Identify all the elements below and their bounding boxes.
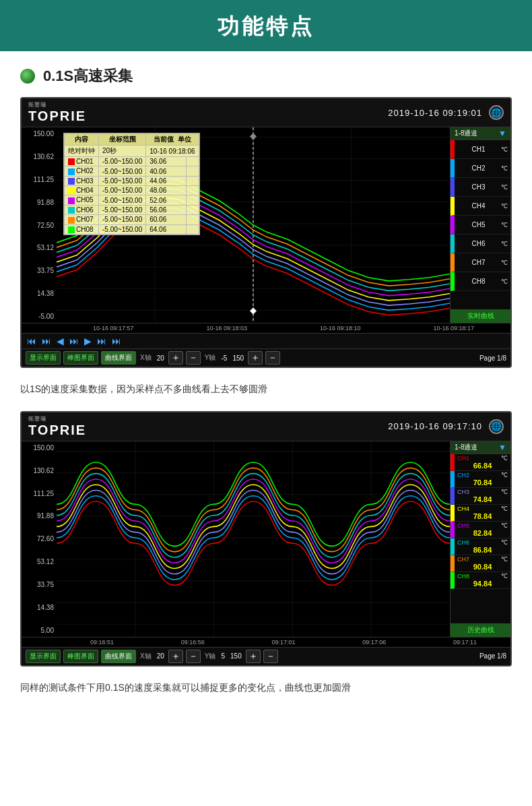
y2-label-2: 111.25 — [24, 490, 54, 497]
ch1-unit-1: ℃ — [501, 146, 508, 153]
btn-curve-2[interactable]: 曲线界面 — [101, 650, 136, 663]
section-label-1: 0.1S高速采集 — [43, 66, 133, 86]
ch1-val-2: 66.84 — [457, 462, 508, 470]
bottom-controls-2: 显示界面 棒图界面 曲线界面 X轴 20 ＋ － Y轴 5 150 ＋ － Pa… — [22, 647, 510, 665]
y-axis-max-2: 150 — [230, 652, 242, 660]
x-axis-label-1: X轴 — [140, 353, 152, 363]
device-topbar-1: 拓普瑞 TOPRIE 2019-10-16 09:19:01 🌐 — [22, 98, 510, 127]
info-table-1: 内容 坐标范围 当前值 单位 绝对时钟 20秒 10-16 09:18:06 C… — [63, 133, 200, 235]
logo-sub-2: 拓普瑞 — [28, 415, 86, 423]
ch6-name-2: CH6 — [457, 539, 469, 546]
chart-svg-2 — [57, 441, 450, 637]
ch-item-1-8: CH8 ℃ — [451, 272, 510, 291]
ch-item-2-6: CH6 ℃ 86.84 — [451, 538, 510, 555]
btn-display-1[interactable]: 显示界面 — [26, 351, 61, 365]
y-label-3: 91.88 — [24, 199, 54, 206]
ch1-name-2: CH1 — [457, 455, 469, 462]
y-label-5: 53.12 — [24, 244, 54, 251]
ch-item-2-7: CH7 ℃ 90.84 — [451, 555, 510, 572]
ch-item-2-4: CH4 ℃ 78.84 — [451, 505, 510, 522]
ch2-unit-1: ℃ — [501, 165, 508, 172]
x-label-2-3: 09:17:06 — [329, 639, 420, 646]
ch2-unit-2: ℃ — [501, 472, 508, 478]
desc-text-1: 以1S的速度采集数据，因为采样点不多曲线看上去不够圆滑 — [20, 376, 512, 411]
zoom-out-x-2[interactable]: － — [186, 650, 201, 663]
y2-label-1: 130.62 — [24, 467, 54, 474]
ch-dropdown-icon-2[interactable]: ▼ — [498, 443, 506, 452]
ch7-val-2: 90.84 — [457, 563, 508, 571]
btn-curve-1[interactable]: 曲线界面 — [101, 351, 136, 365]
ch-item-1-4: CH4 ℃ — [451, 197, 510, 216]
btn-prev[interactable]: ◀ — [55, 336, 65, 346]
y2-label-7: 14.38 — [24, 604, 54, 611]
x-label-1-0: 10-16 09:17:57 — [57, 325, 170, 332]
device-logo-2: 拓普瑞 TOPRIE — [28, 415, 86, 438]
section-title-1: 0.1S高速采集 — [20, 66, 512, 86]
btn-next-fast2[interactable]: ⏭ — [68, 336, 80, 346]
btn-bar-1[interactable]: 棒图界面 — [63, 351, 98, 365]
page-indicator-2: Page 1/8 — [479, 652, 506, 660]
chart-main-1: 150.00 130.62 111.25 91.88 72.50 53.12 3… — [22, 127, 450, 323]
chart-content-2 — [57, 441, 450, 637]
cursor-marker-bottom — [250, 307, 257, 314]
zoom-in-x-2[interactable]: ＋ — [168, 650, 183, 663]
ch-item-2-8: CH8 ℃ 94.84 — [451, 572, 510, 589]
y-label-4: 72.50 — [24, 222, 54, 229]
btn-skip-end[interactable]: ⏭ — [110, 336, 123, 346]
btn-bar-2[interactable]: 棒图界面 — [63, 650, 98, 663]
x-label-2-0: 09:16:51 — [57, 639, 147, 646]
btn-display-2[interactable]: 显示界面 — [26, 650, 61, 663]
y2-label-8: 5.00 — [24, 627, 54, 634]
ch-dropdown-icon-1[interactable]: ▼ — [498, 129, 506, 138]
y-labels-1: 150.00 130.62 111.25 91.88 72.50 53.12 3… — [22, 127, 57, 323]
ch-header-2: 1-8通道 ▼ — [451, 441, 510, 454]
btn-next-fast[interactable]: ⏭ — [96, 336, 108, 346]
x-label-1-2: 10-16 09:18:10 — [284, 325, 397, 332]
chart-sidebar-2: 1-8通道 ▼ CH1 ℃ 66.84 CH2 ℃ — [450, 441, 510, 637]
zoom-out-x-1[interactable]: － — [186, 351, 201, 365]
page-header: 功能特点 — [0, 0, 532, 51]
ch-item-2-2: CH2 ℃ 70.84 — [451, 471, 510, 488]
btn-next[interactable]: ▶ — [83, 336, 93, 346]
ch4-unit-1: ℃ — [501, 203, 508, 210]
chart-area-2: 150.00 130.62 111.25 91.88 72.60 53.12 3… — [22, 441, 510, 637]
btn-prev-fast[interactable]: ⏭ — [40, 336, 53, 346]
ch3-unit-2: ℃ — [501, 489, 508, 495]
ch-item-1-2: CH2 ℃ — [451, 159, 510, 178]
ch-item-1-5: CH5 ℃ — [451, 216, 510, 235]
ch8-name-1: CH8 — [457, 278, 500, 285]
ch-item-2-5: CH5 ℃ 82.84 — [451, 522, 510, 538]
y-axis-label-2: Y轴 — [205, 652, 216, 661]
btn-skip-start[interactable]: ⏮ — [26, 336, 38, 346]
logo-sub-1: 拓普瑞 — [28, 101, 86, 108]
ch7-unit-2: ℃ — [501, 556, 508, 563]
ch5-val-2: 82.84 — [457, 529, 508, 537]
ch-item-1-3: CH3 ℃ — [451, 178, 510, 197]
y-labels-2: 150.00 130.62 111.25 91.88 72.60 53.12 3… — [22, 441, 57, 637]
playback-controls-1: ⏮ ⏭ ◀ ⏭ ▶ ⏭ ⏭ — [22, 333, 510, 348]
chart-content-1: 内容 坐标范围 当前值 单位 绝对时钟 20秒 10-16 09:18:06 C… — [57, 127, 450, 323]
ch2-name-2: CH2 — [457, 472, 469, 478]
y-label-6: 33.75 — [24, 267, 54, 274]
globe-icon-1: 🌐 — [489, 105, 504, 120]
desc-text-2: 同样的测试条件下用0.1S的速度采集就可以捕捉更多的变化点，曲线也更加圆滑 — [20, 675, 512, 710]
zoom-in-y-1[interactable]: ＋ — [248, 351, 263, 365]
ch6-val-2: 86.84 — [457, 546, 508, 554]
ch1-name-1: CH1 — [457, 146, 500, 153]
zoom-in-x-1[interactable]: ＋ — [168, 351, 183, 365]
cursor-marker-top — [250, 133, 257, 140]
y-label-7: 14.38 — [24, 290, 54, 297]
ch4-name-1: CH4 — [457, 202, 500, 210]
zoom-in-y-2[interactable]: ＋ — [246, 650, 261, 663]
ch8-unit-1: ℃ — [501, 278, 508, 285]
device-screen-1: 拓普瑞 TOPRIE 2019-10-16 09:19:01 🌐 150.00 … — [20, 97, 512, 368]
ch2-name-1: CH2 — [457, 164, 500, 172]
zoom-out-y-2[interactable]: － — [263, 650, 278, 663]
y-label-0: 150.00 — [24, 130, 54, 137]
x-label-1-1: 10-16 09:18:03 — [170, 325, 284, 332]
ch-item-2-3: CH3 ℃ 74.84 — [451, 488, 510, 505]
ch3-unit-1: ℃ — [501, 184, 508, 191]
ch8-val-2: 94.84 — [457, 580, 508, 588]
zoom-out-y-1[interactable]: － — [265, 351, 280, 365]
chart-main-2: 150.00 130.62 111.25 91.88 72.60 53.12 3… — [22, 441, 450, 637]
